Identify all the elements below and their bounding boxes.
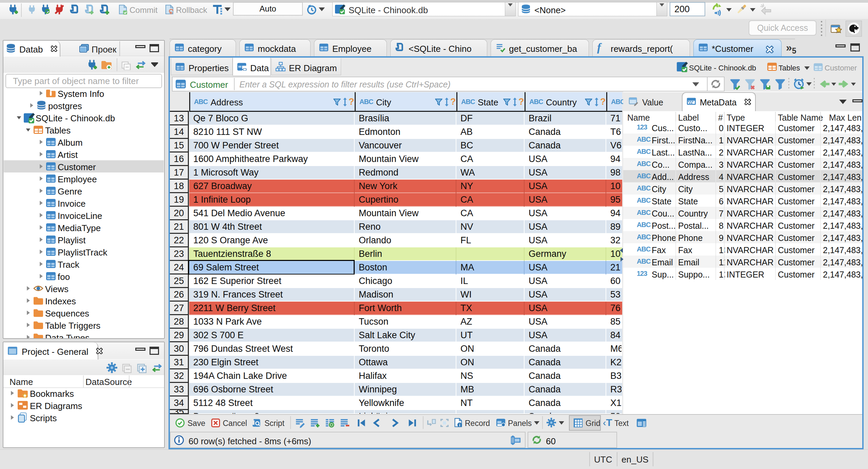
svg-text:<>: <>	[242, 66, 247, 72]
